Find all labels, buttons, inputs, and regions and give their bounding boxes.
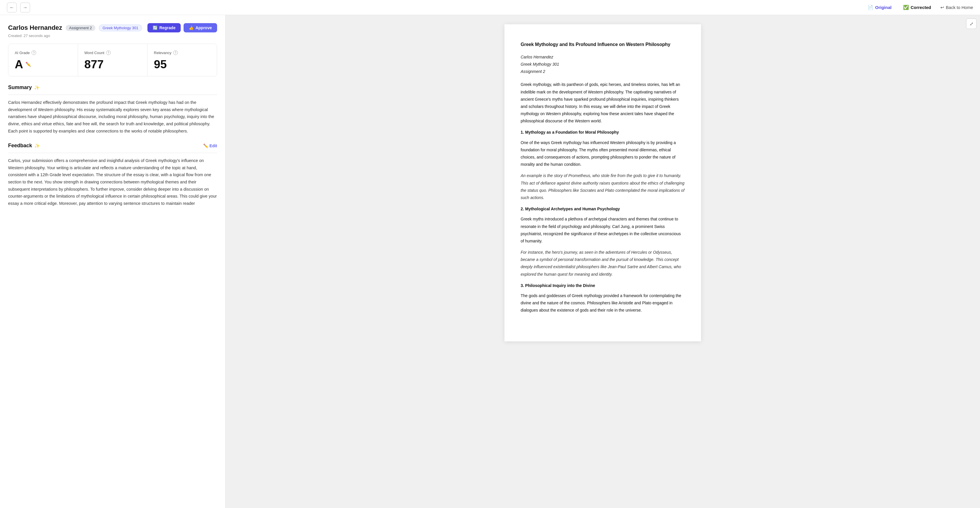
top-nav: ← → 📄 Original ✅ Corrected ↩ Back to Hom… [0,0,980,15]
doc-section-1-heading: 1. Mythology as a Foundation for Moral P… [521,129,685,136]
corrected-tab-label: Corrected [911,5,931,10]
summary-body: Carlos Hernandez effectively demonstrate… [8,99,217,134]
back-home-button[interactable]: ↩ Back to Home [940,5,973,10]
nav-right-items: 📄 Original ✅ Corrected ↩ Back to Home [865,3,973,11]
summary-title: Summary [8,85,32,91]
doc-section-2-heading: 2. Mythological Archetypes and Human Psy… [521,205,685,212]
next-button[interactable]: → [20,3,30,13]
doc-section-3-heading: 3. Philosophical Inquiry into the Divine [521,282,685,289]
doc-body: Greek mythology, with its pantheon of go… [521,81,685,314]
edit-label: Edit [210,144,217,148]
summary-sparkle-icon: ✨ [34,85,40,90]
approve-button[interactable]: 👍 Approve [184,23,217,32]
nav-arrows: ← → [7,3,30,13]
ai-grade-label: AI Grade ? [15,50,72,55]
doc-meta-author: Carlos Hernandez [521,54,685,61]
feedback-section: Feedback ✨ ✏️ Edit Carlos, your submissi… [8,143,217,207]
summary-divider [8,94,217,95]
word-count-help-icon[interactable]: ? [106,50,111,55]
feedback-sparkle-icon: ✨ [34,143,40,149]
feedback-divider [8,153,217,153]
summary-header: Summary ✨ [8,85,217,91]
doc-section-1-body: One of the ways Greek mythology has infl… [521,139,685,168]
check-circle-icon: ✅ [903,5,909,10]
doc-intro: Greek mythology, with its pantheon of go… [521,81,685,125]
course-badge: Greek Mythology 301 [99,25,142,31]
ai-grade-value: A ✏️ [15,58,72,71]
back-home-label: Back to Home [946,5,973,10]
feedback-title: Feedback [8,143,32,149]
ai-grade-help-icon[interactable]: ? [32,50,36,55]
doc-section-2-italic: For instance, the hero's journey, as see… [521,249,685,278]
feedback-edit-button[interactable]: ✏️ Edit [203,144,217,148]
relevancy-value: 95 [154,58,210,71]
expand-button[interactable]: ⤢ [966,19,977,29]
metrics-row: AI Grade ? A ✏️ Word Count ? 877 [8,44,217,77]
regrade-button[interactable]: 🔄 Regrade [148,23,181,32]
summary-section: Summary ✨ Carlos Hernandez effectively d… [8,85,217,134]
document-icon: 📄 [867,5,873,10]
student-actions: 🔄 Regrade 👍 Approve [148,23,217,32]
doc-meta: Carlos Hernandez Greek Mythology 301 Ass… [521,54,685,75]
edit-pencil-icon: ✏️ [203,144,208,148]
created-at: Created: 27 seconds ago [8,34,217,38]
doc-page: Greek Mythology and Its Profound Influen… [504,24,701,341]
right-panel: ⤢ Greek Mythology and Its Profound Influ… [226,15,980,508]
back-icon: ↩ [940,5,944,10]
relevancy-help-icon[interactable]: ? [173,50,178,55]
assignment-badge: Assignment 2 [65,25,95,31]
original-tab[interactable]: 📄 Original [865,3,894,11]
doc-meta-assignment: Assignment 2 [521,68,685,75]
doc-title: Greek Mythology and Its Profound Influen… [521,40,685,49]
ai-grade-edit-icon[interactable]: ✏️ [25,62,31,67]
word-count-label: Word Count ? [84,50,141,55]
left-panel: Carlos Hernandez Assignment 2 Greek Myth… [0,15,226,508]
ai-grade-card: AI Grade ? A ✏️ [8,44,78,76]
word-count-value: 877 [84,58,141,71]
approve-icon: 👍 [189,26,194,30]
doc-toolbar: ⤢ [966,19,977,29]
doc-meta-course: Greek Mythology 301 [521,61,685,68]
original-tab-label: Original [875,5,891,10]
doc-section-1-italic: An example is the story of Prometheus, w… [521,172,685,201]
student-name: Carlos Hernandez [8,24,62,32]
feedback-body: Carlos, your submission offers a compreh… [8,157,217,207]
relevancy-label: Relevancy ? [154,50,210,55]
doc-section-2-body: Greek myths introduced a plethora of arc… [521,216,685,245]
feedback-header-row: Feedback ✨ ✏️ Edit [8,143,217,149]
main-layout: Carlos Hernandez Assignment 2 Greek Myth… [0,15,980,508]
regrade-icon: 🔄 [153,26,158,30]
word-count-card: Word Count ? 877 [78,44,148,76]
corrected-tab[interactable]: ✅ Corrected [901,3,934,11]
doc-section-3-body: The gods and goddesses of Greek mytholog… [521,292,685,314]
prev-button[interactable]: ← [7,3,17,13]
feedback-header: Feedback ✨ [8,143,40,149]
student-header: Carlos Hernandez Assignment 2 Greek Myth… [8,23,217,32]
regrade-label: Regrade [159,26,175,30]
relevancy-card: Relevancy ? 95 [148,44,217,76]
approve-label: Approve [196,26,212,30]
